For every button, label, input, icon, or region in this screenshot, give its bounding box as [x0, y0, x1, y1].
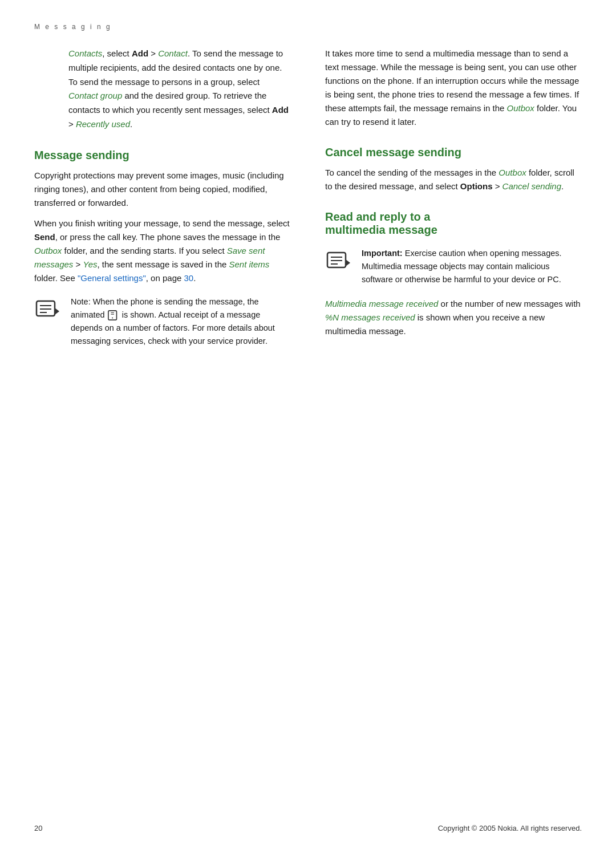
- important-block: Important: Exercise caution when opening…: [325, 247, 582, 287]
- cancel-sending-link: Cancel sending: [502, 181, 561, 191]
- ms-paragraph-2: When you finish writing your message, to…: [34, 217, 291, 285]
- note-icon: [34, 296, 62, 324]
- page-footer: 20 Copyright © 2005 Nokia. All rights re…: [0, 824, 616, 832]
- footer-copyright: Copyright © 2005 Nokia. All rights reser…: [438, 824, 582, 832]
- read-reply-heading: Read and reply to amultimedia message: [325, 210, 582, 237]
- recently-used-link: Recently used: [76, 119, 130, 129]
- outbox-link-left: Outbox: [34, 246, 62, 255]
- general-settings-link: "General settings": [78, 273, 146, 283]
- intro-paragraph: Contacts, select Add > Contact. To send …: [68, 47, 291, 132]
- add-bold: Add: [132, 48, 148, 58]
- page: M e s s a g i n g Contacts, select Add >…: [0, 0, 616, 853]
- intro-block: Contacts, select Add > Contact. To send …: [34, 47, 291, 132]
- message-sending-heading: Message sending: [34, 149, 291, 162]
- multimedia-received-link: Multimedia message received: [325, 299, 438, 308]
- outbox-link-right: Outbox: [507, 103, 534, 113]
- right-paragraph-1: It takes more time to send a multimedia …: [325, 47, 582, 129]
- two-column-layout: Contacts, select Add > Contact. To send …: [34, 47, 582, 358]
- multimedia-received-paragraph: Multimedia message received or the numbe…: [325, 297, 582, 338]
- page-header: M e s s a g i n g: [34, 23, 582, 31]
- yes-link: Yes: [83, 259, 97, 269]
- ms-paragraph-1: Copyright protections may prevent some i…: [34, 169, 291, 210]
- contact-group-link: Contact group: [68, 91, 122, 100]
- contacts-link: Contacts: [68, 48, 102, 58]
- options-bold: Options: [460, 181, 493, 191]
- cancel-message-sending-heading: Cancel message sending: [325, 146, 582, 159]
- add2-bold: Add: [272, 105, 289, 115]
- right-column: It takes more time to send a multimedia …: [319, 47, 582, 358]
- header-label: M e s s a g i n g: [34, 23, 112, 31]
- outbox-link-2: Outbox: [499, 168, 526, 177]
- send-bold: Send: [34, 232, 55, 242]
- footer-page-num: 20: [34, 824, 42, 832]
- note-text: Note: When the phone is sending the mess…: [71, 295, 291, 348]
- note-block: Note: When the phone is sending the mess…: [34, 295, 291, 348]
- page-number-link: 30: [184, 273, 194, 283]
- important-text: Important: Exercise caution when opening…: [362, 247, 582, 287]
- contact-link: Contact: [158, 48, 188, 58]
- sent-items-link: Sent items: [229, 259, 269, 269]
- important-label: Important:: [362, 249, 403, 258]
- left-column: Contacts, select Add > Contact. To send …: [34, 47, 297, 358]
- svg-rect-4: [108, 311, 117, 320]
- important-icon: [325, 248, 352, 275]
- messages-received-link: %N messages received: [325, 312, 415, 322]
- cancel-paragraph: To cancel the sending of the messages in…: [325, 166, 582, 193]
